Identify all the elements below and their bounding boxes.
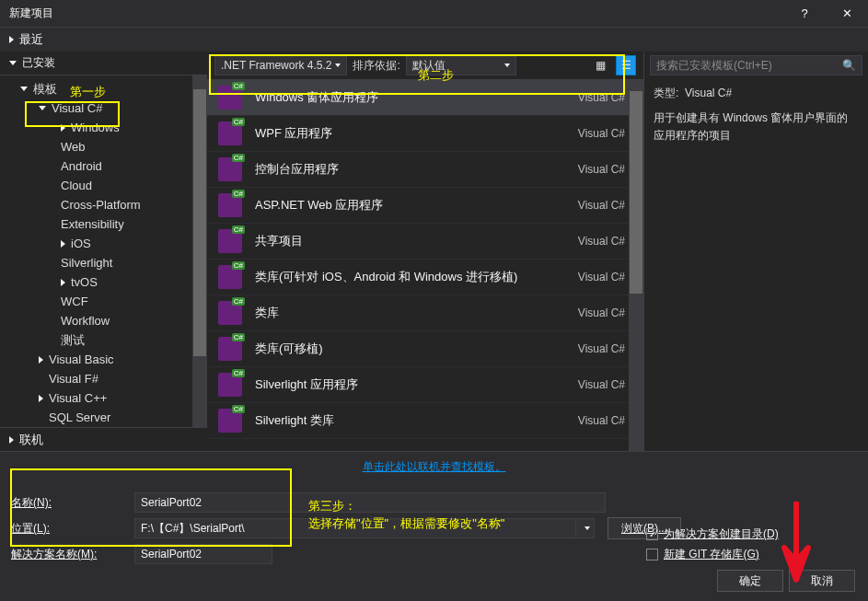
tree-item-cloud[interactable]: Cloud [0, 176, 207, 195]
left-panel: 已安装 模板 Visual C# Windows Web Android Clo… [0, 52, 207, 451]
expand-icon [61, 240, 65, 248]
titlebar: 新建项目 ? ✕ [0, 0, 868, 28]
framework-dropdown[interactable]: .NET Framework 4.5.2 [214, 55, 347, 75]
button-bar: 确定 取消 [717, 570, 855, 592]
template-winforms[interactable]: Windows 窗体应用程序 Visual C# [207, 80, 643, 116]
right-panel: 搜索已安装模板(Ctrl+E) 🔍 类型: Visual C# 用于创建具有 W… [643, 52, 868, 451]
location-label: 位置(L): [11, 521, 134, 537]
solution-input[interactable] [134, 544, 272, 564]
cancel-button[interactable]: 取消 [789, 570, 855, 592]
chevron-down-icon [584, 526, 590, 530]
list-scrollbar[interactable] [629, 80, 643, 451]
template-icon [218, 229, 242, 253]
collapse-icon [20, 87, 28, 91]
tree-templates[interactable]: 模板 [0, 79, 207, 98]
template-icon [218, 121, 242, 145]
template-icon [218, 193, 242, 217]
tree-item-tvos[interactable]: tvOS [0, 272, 207, 292]
tree-item-web[interactable]: Web [0, 137, 207, 156]
template-icon [218, 301, 242, 325]
tree-item-android[interactable]: Android [0, 156, 207, 176]
help-button[interactable]: ? [783, 0, 826, 28]
template-console[interactable]: 控制台应用程序 Visual C# [207, 152, 643, 188]
template-wpf[interactable]: WPF 应用程序 Visual C# [207, 116, 643, 152]
ok-button[interactable]: 确定 [717, 570, 783, 592]
window-title: 新建项目 [9, 6, 783, 21]
tree-sql[interactable]: SQL Server [0, 408, 207, 427]
tree-item-silverlight[interactable]: Silverlight [0, 253, 207, 272]
template-pcl[interactable]: 类库(可移植) Visual C# [207, 331, 643, 367]
sort-label: 排序依据: [353, 58, 399, 74]
tree: 模板 Visual C# Windows Web Android Cloud C… [0, 75, 207, 427]
collapse-icon [39, 106, 46, 110]
installed-label: 已安装 [22, 55, 55, 71]
collapse-icon [9, 61, 17, 65]
template-aspnet[interactable]: ASP.NET Web 应用程序 Visual C# [207, 188, 643, 224]
online-row[interactable]: 联机 [0, 427, 207, 451]
expand-icon [9, 36, 14, 43]
template-silverlight-lib[interactable]: Silverlight 类库 Visual C# [207, 403, 643, 439]
bottom-panel: 名称(N): 位置(L): 浏览(B)... 解决方案名称(M): ✓ 为解决方… [0, 482, 868, 567]
search-input[interactable]: 搜索已安装模板(Ctrl+E) 🔍 [650, 55, 862, 75]
tree-item-ios[interactable]: iOS [0, 234, 207, 253]
name-label: 名称(N): [11, 495, 134, 511]
tree-fsharp[interactable]: Visual F# [0, 369, 207, 388]
tree-vcsharp[interactable]: Visual C# [0, 98, 207, 118]
center-panel: .NET Framework 4.5.2 排序依据: 默认值 ▦ ☰ Windo… [207, 52, 643, 451]
template-icon [218, 373, 242, 397]
tree-vcpp[interactable]: Visual C++ [0, 388, 207, 408]
description: 类型: Visual C# 用于创建具有 Windows 窗体用户界面的应用程序… [644, 75, 868, 155]
template-classlib[interactable]: 类库 Visual C# [207, 295, 643, 331]
tree-item-windows[interactable]: Windows [0, 118, 207, 137]
chevron-down-icon [504, 64, 510, 67]
create-dir-checkbox[interactable]: ✓ 为解决方案创建目录(D) [646, 525, 857, 543]
search-icon: 🔍 [842, 59, 856, 72]
location-input[interactable] [134, 518, 576, 538]
template-icon [218, 265, 242, 289]
recent-label: 最近 [19, 31, 43, 48]
tree-item-extensibility[interactable]: Extensibility [0, 214, 207, 234]
tree-item-test[interactable]: 测试 [0, 330, 207, 350]
expand-icon [61, 279, 65, 286]
main-area: 已安装 模板 Visual C# Windows Web Android Clo… [0, 52, 868, 452]
expand-icon [39, 395, 43, 402]
tree-vb[interactable]: Visual Basic [0, 350, 207, 369]
solution-label: 解决方案名称(M): [11, 547, 134, 562]
name-input[interactable] [134, 492, 606, 513]
template-list: Windows 窗体应用程序 Visual C# WPF 应用程序 Visual… [207, 79, 643, 451]
checkbox-checked-icon: ✓ [646, 528, 658, 540]
recent-row[interactable]: 最近 [0, 28, 868, 52]
tree-item-crossplatform[interactable]: Cross-Platform [0, 195, 207, 214]
view-small-icon[interactable]: ▦ [590, 55, 610, 75]
template-shared[interactable]: 共享项目 Visual C# [207, 224, 643, 260]
expand-icon [61, 124, 65, 132]
git-checkbox[interactable]: 新建 GIT 存储库(G) [646, 545, 857, 563]
template-icon [218, 86, 242, 110]
template-pcl-mobile[interactable]: 类库(可针对 iOS、Android 和 Windows 进行移植) Visua… [207, 260, 643, 295]
online-search-link[interactable]: 单击此处以联机并查找模板。 [0, 452, 868, 482]
tree-item-wcf[interactable]: WCF [0, 292, 207, 311]
sort-dropdown[interactable]: 默认值 [406, 55, 516, 75]
template-icon [218, 157, 242, 181]
view-list-icon[interactable]: ☰ [616, 55, 636, 75]
location-dropdown[interactable] [576, 518, 595, 538]
expand-icon [9, 436, 14, 444]
online-label: 联机 [19, 432, 43, 448]
template-icon [218, 337, 242, 361]
tree-item-workflow[interactable]: Workflow [0, 311, 207, 330]
installed-header[interactable]: 已安装 [0, 52, 207, 75]
close-button[interactable]: ✕ [826, 0, 868, 28]
expand-icon [39, 356, 43, 364]
chevron-down-icon [335, 64, 341, 67]
checkbox-icon [646, 549, 658, 561]
template-icon [218, 409, 242, 433]
tree-scrollbar[interactable] [192, 75, 207, 427]
template-silverlight-app[interactable]: Silverlight 应用程序 Visual C# [207, 367, 643, 403]
center-toolbar: .NET Framework 4.5.2 排序依据: 默认值 ▦ ☰ [207, 52, 643, 79]
